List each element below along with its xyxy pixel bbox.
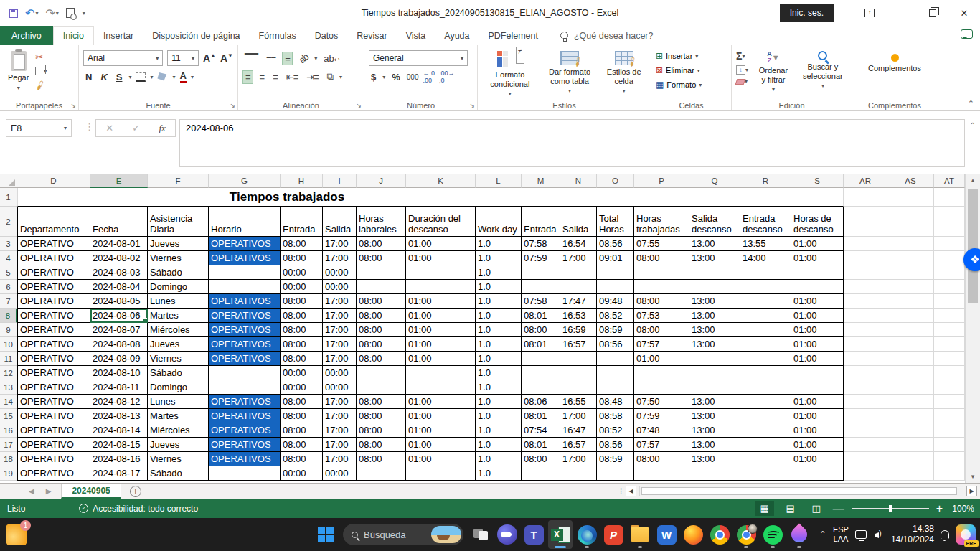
cell[interactable]: 08:00 [634, 251, 689, 265]
font-dialog-launcher[interactable]: ↘ [230, 102, 235, 109]
cell[interactable]: 08:00 [522, 323, 560, 337]
cell[interactable] [357, 366, 406, 380]
confirm-entry-icon[interactable]: ✓ [132, 123, 140, 133]
cell[interactable] [934, 337, 965, 352]
table-header-cell[interactable]: Fecha [90, 207, 148, 237]
cell[interactable]: 08:00 [357, 337, 406, 352]
scroll-right-icon[interactable]: ▶ [966, 486, 977, 496]
cell[interactable] [934, 294, 965, 309]
row-header-17[interactable]: 17 [0, 438, 17, 452]
format-painter-icon[interactable]: 🖌 [34, 78, 48, 93]
cell[interactable]: OPERATIVO [17, 380, 90, 395]
column-header-AR[interactable]: AR [844, 174, 887, 188]
percent-format-icon[interactable]: % [390, 72, 402, 83]
formula-input[interactable]: 2024-08-06 [179, 119, 965, 167]
cell[interactable] [844, 352, 887, 366]
tab-pdfelement[interactable]: PDFelement [479, 26, 547, 45]
cell[interactable] [357, 280, 406, 294]
cell[interactable]: 1.0 [476, 380, 522, 395]
cell[interactable]: 01:00 [406, 452, 476, 466]
cell[interactable]: 17:00 [323, 323, 357, 337]
cell[interactable]: 01:00 [791, 409, 844, 423]
scroll-left-icon[interactable]: ◀ [626, 486, 636, 496]
cell[interactable]: OPERATIVOS [209, 323, 281, 337]
cell[interactable] [406, 366, 476, 380]
network-icon[interactable] [855, 530, 867, 539]
cell[interactable]: 01:00 [406, 337, 476, 352]
cell[interactable] [934, 352, 965, 366]
cell[interactable]: 01:00 [406, 323, 476, 337]
cell[interactable]: 08:00 [281, 409, 323, 423]
cell[interactable] [406, 380, 476, 395]
cell[interactable] [844, 466, 887, 481]
cell[interactable]: 01:00 [791, 294, 844, 309]
cell[interactable]: OPERATIVO [17, 323, 90, 337]
increase-decimal-icon[interactable]: ←.0.00 [423, 70, 435, 84]
autosum-button[interactable]: Σ▾ [736, 50, 748, 62]
cell[interactable] [887, 409, 934, 423]
cell[interactable]: 01:00 [406, 294, 476, 309]
word-app-icon[interactable]: W [654, 520, 679, 549]
cell[interactable]: 13:00 [689, 452, 740, 466]
cell[interactable] [791, 380, 844, 395]
cell[interactable]: 2024-08-03 [90, 265, 148, 280]
pdfelement-app-icon[interactable]: P [601, 520, 626, 549]
align-top-icon[interactable]: ▔▔ [242, 52, 260, 65]
align-center-icon[interactable]: ≡ [258, 71, 267, 83]
cell[interactable]: Jueves [148, 237, 209, 251]
cell[interactable]: 01:00 [791, 337, 844, 352]
zoom-out-icon[interactable]: — [833, 502, 844, 515]
cell[interactable] [934, 366, 965, 380]
cell[interactable]: 01:00 [406, 251, 476, 265]
cell[interactable] [522, 352, 560, 366]
row-header-5[interactable]: 5 [0, 265, 17, 280]
table-header-cell[interactable]: Entrada [281, 207, 323, 237]
cell[interactable]: 2024-08-10 [90, 366, 148, 380]
cell[interactable] [844, 280, 887, 294]
cell[interactable]: 01:00 [634, 352, 689, 366]
cell[interactable]: 08:00 [357, 294, 406, 309]
cell[interactable]: 00:00 [281, 380, 323, 395]
cell[interactable]: 1.0 [476, 265, 522, 280]
conditional-formatting-button[interactable]: ≠ Formato condicional▾ [482, 49, 538, 99]
cell[interactable]: 00:00 [281, 265, 323, 280]
increase-indent-icon[interactable]: ⇥≡ [304, 71, 320, 83]
cell[interactable]: 1.0 [476, 395, 522, 409]
fill-color-icon[interactable] [157, 72, 168, 81]
cell[interactable]: 17:00 [560, 452, 597, 466]
cell[interactable] [597, 280, 634, 294]
cell[interactable]: 08:00 [357, 309, 406, 323]
cell[interactable]: 08:00 [357, 237, 406, 251]
row-header-1[interactable]: 1 [0, 188, 17, 207]
cell[interactable]: 1.0 [476, 323, 522, 337]
page-break-view-button[interactable]: ◫ [807, 501, 826, 516]
align-right-icon[interactable]: ≡ [270, 71, 280, 83]
cell[interactable] [791, 280, 844, 294]
cell[interactable]: 09:48 [597, 294, 634, 309]
cell[interactable]: 07:57 [634, 438, 689, 452]
cell[interactable] [689, 280, 740, 294]
cell[interactable]: OPERATIVO [17, 251, 90, 265]
wrap-text-icon[interactable]: ab↩ [321, 52, 341, 65]
cell[interactable]: 17:00 [323, 337, 357, 352]
cell[interactable]: Viernes [148, 352, 209, 366]
cell[interactable] [791, 466, 844, 481]
cell[interactable]: 08:52 [597, 309, 634, 323]
cell[interactable]: 08:01 [522, 438, 560, 452]
grow-font-icon[interactable]: A▲ [203, 52, 216, 64]
cell[interactable] [887, 380, 934, 395]
cell[interactable]: 2024-08-07 [90, 323, 148, 337]
cell[interactable] [560, 265, 597, 280]
cell-styles-button[interactable]: 🖌 Estilos de celda▾ [601, 49, 646, 99]
cell[interactable]: 1.0 [476, 294, 522, 309]
zoom-level[interactable]: 100% [950, 504, 974, 514]
cell[interactable]: 1.0 [476, 466, 522, 481]
cell[interactable]: 00:00 [323, 380, 357, 395]
cell[interactable] [634, 366, 689, 380]
decrease-indent-icon[interactable]: ⇤≡ [284, 71, 300, 83]
addins-button[interactable]: Complementos [857, 52, 933, 75]
cell[interactable]: 07:59 [634, 409, 689, 423]
start-button[interactable] [314, 520, 338, 549]
cell[interactable] [560, 466, 597, 481]
italic-button[interactable]: K [98, 72, 109, 83]
